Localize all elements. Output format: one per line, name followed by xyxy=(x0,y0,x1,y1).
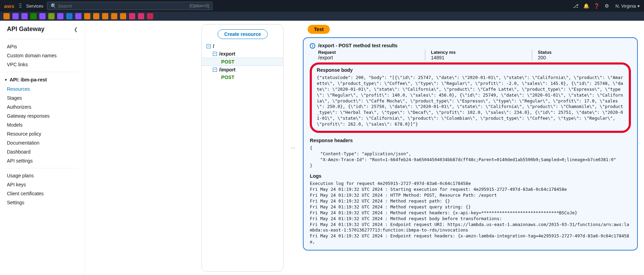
sidebar-item-documentation[interactable]: Documentation xyxy=(0,138,85,147)
sidebar-item-custom-domain[interactable]: Custom domain names xyxy=(0,51,85,60)
service-shortcut-icon[interactable] xyxy=(30,13,37,19)
create-resource-button[interactable]: Create resource xyxy=(218,29,268,39)
response-headers-label: Response headers xyxy=(310,138,631,143)
sidebar-title: API Gateway xyxy=(7,26,44,33)
sidebar-item-resources[interactable]: Resources xyxy=(0,85,85,94)
tree-root-label: / xyxy=(213,43,214,49)
tree-import-label: /import xyxy=(219,67,235,72)
response-headers-text: { "Content-Type": "application/json", "X… xyxy=(310,145,631,169)
service-shortcut-icon[interactable] xyxy=(66,13,72,19)
settings-gear-icon[interactable]: ⚙ xyxy=(602,1,612,11)
results-title: /export - POST method test results xyxy=(318,43,631,48)
sidebar-item-stages[interactable]: Stages xyxy=(0,94,85,102)
service-shortcut-icon[interactable] xyxy=(39,13,46,19)
latency-label: Latency ms xyxy=(431,50,522,55)
top-nav: aws Services 🔍 [Option+S] ⎇ 🔔 ❓ ⚙ N. Vir… xyxy=(0,0,644,12)
services-menu[interactable]: Services xyxy=(19,3,43,9)
logs-text: Execution log for request 4e295915-2727-… xyxy=(310,181,631,245)
tree-import[interactable]: − /import xyxy=(202,66,283,73)
request-value: /export xyxy=(318,55,415,60)
service-shortcut-icon[interactable] xyxy=(138,13,144,19)
services-label: Services xyxy=(26,3,43,9)
chevron-down-icon: ▼ xyxy=(4,78,8,82)
sidebar-item-api-settings[interactable]: API settings xyxy=(0,156,85,165)
sidebar-item-client-certs[interactable]: Client certificates xyxy=(0,189,85,198)
search-box[interactable]: 🔍 [Option+S] xyxy=(47,2,212,10)
service-shortcut-icon[interactable] xyxy=(147,13,153,19)
status-value: 200 xyxy=(538,55,552,60)
service-shortcut-icon[interactable] xyxy=(93,13,99,19)
service-shortcut-strip xyxy=(0,12,644,21)
left-sidebar: API Gateway ❮ APIs Custom domain names V… xyxy=(0,21,85,275)
sidebar-item-models[interactable]: Models xyxy=(0,120,85,129)
test-results-panel: i /export - POST method test results Req… xyxy=(303,37,638,251)
sidebar-item-usage-plans[interactable]: Usage plans xyxy=(0,171,85,180)
response-body-highlight: Response body {"statusCode": 200, "body"… xyxy=(310,62,631,133)
service-shortcut-icon[interactable] xyxy=(84,13,90,19)
service-shortcut-icon[interactable] xyxy=(111,13,117,19)
response-body-label: Response body xyxy=(317,67,624,73)
service-shortcut-icon[interactable] xyxy=(12,13,19,19)
sidebar-item-dashboard[interactable]: Dashboard xyxy=(0,147,85,156)
sidebar-item-vpc-links[interactable]: VPC links xyxy=(0,60,85,69)
tree-import-post[interactable]: POST xyxy=(202,73,283,81)
sidebar-api-name: API: ibm-pa-rest xyxy=(10,77,47,82)
grid-icon xyxy=(19,3,24,8)
help-icon[interactable]: ❓ xyxy=(591,1,602,11)
sidebar-item-apis[interactable]: APIs xyxy=(0,42,85,51)
status-label: Status xyxy=(538,50,552,55)
tree-export-label: /export xyxy=(219,51,235,57)
search-kbd-hint: [Option+S] xyxy=(190,3,209,8)
service-shortcut-icon[interactable] xyxy=(129,13,135,19)
sidebar-item-api-keys[interactable]: API keys xyxy=(0,180,85,189)
column-resize-handle[interactable]: ⋮ xyxy=(292,24,295,272)
tree-root[interactable]: − / xyxy=(202,42,283,50)
response-body-text: {"statusCode": 200, "body": "[{\"id\": 2… xyxy=(317,75,624,127)
tree-import-post-label: POST xyxy=(221,75,234,80)
chevron-down-icon: ▾ xyxy=(637,3,640,9)
collapse-sidebar-icon[interactable]: ❮ xyxy=(74,27,78,32)
region-label: N. Virginia xyxy=(615,3,636,9)
info-icon: i xyxy=(310,43,315,49)
sidebar-item-gateway-responses[interactable]: Gateway responses xyxy=(0,111,85,120)
search-input[interactable] xyxy=(58,3,190,9)
sidebar-item-authorizers[interactable]: Authorizers xyxy=(0,102,85,111)
service-shortcut-icon[interactable] xyxy=(102,13,108,19)
region-selector[interactable]: N. Virginia ▾ xyxy=(615,3,640,9)
sidebar-item-settings[interactable]: Settings xyxy=(0,198,85,207)
collapse-icon[interactable]: − xyxy=(213,68,217,72)
service-shortcut-icon[interactable] xyxy=(21,13,28,19)
service-shortcut-icon[interactable] xyxy=(75,13,81,19)
latency-value: 14891 xyxy=(431,55,522,60)
request-label: Request xyxy=(318,50,415,55)
service-shortcut-icon[interactable] xyxy=(48,13,55,19)
service-shortcut-icon[interactable] xyxy=(3,13,10,19)
sidebar-item-resource-policy[interactable]: Resource policy xyxy=(0,129,85,138)
test-button[interactable]: Test xyxy=(308,25,330,34)
notifications-icon[interactable]: 🔔 xyxy=(581,1,591,11)
aws-logo[interactable]: aws xyxy=(4,3,14,9)
tree-export-post[interactable]: POST xyxy=(202,58,283,66)
tree-export-post-label: POST xyxy=(221,59,234,65)
results-column: Test i /export - POST method test result… xyxy=(303,24,641,272)
resource-tree-card: Create resource − / − /export POST − /im… xyxy=(201,24,284,272)
tree-export[interactable]: − /export xyxy=(202,50,283,58)
cloudshell-icon[interactable]: ⎇ xyxy=(571,1,581,11)
logs-label: Logs xyxy=(310,173,631,179)
service-shortcut-icon[interactable] xyxy=(57,13,63,19)
sidebar-api-group[interactable]: ▼ API: ibm-pa-rest xyxy=(0,75,85,85)
service-shortcut-icon[interactable] xyxy=(120,13,126,19)
collapse-icon[interactable]: − xyxy=(213,52,217,56)
search-icon: 🔍 xyxy=(50,3,56,9)
collapse-icon[interactable]: − xyxy=(207,44,211,48)
